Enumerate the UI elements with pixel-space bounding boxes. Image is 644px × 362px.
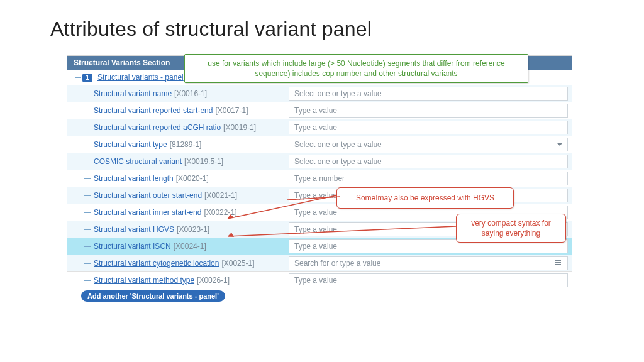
root-label[interactable]: Structural variants - panel [97, 70, 184, 85]
callout-iscn-note: very compact syntax for saying everythin… [456, 214, 566, 243]
field-label[interactable]: Structural variant ISCN [94, 239, 171, 254]
add-another-button[interactable]: Add another 'Structural variants - panel… [81, 290, 225, 302]
field-row: Structural variant length[X0020-1]Type a… [67, 170, 572, 187]
field-label[interactable]: Structural variant reported start-end [94, 103, 213, 118]
field-code: [X0016-1] [174, 86, 207, 101]
callout-hgvs-note: SomeImay also be expressed with HGVS [336, 187, 514, 209]
field-code: [X0026-1] [197, 273, 230, 288]
root-badge: 1 [82, 74, 92, 82]
field-input[interactable]: Type a number [289, 172, 568, 185]
callout-usage: use for variants which include large (> … [184, 54, 528, 83]
field-code: [81289-1] [170, 137, 202, 152]
field-label[interactable]: Structural variant inner start-end [94, 205, 201, 220]
field-code: [X0021-1] [204, 188, 237, 203]
field-label[interactable]: Structural variant length [94, 171, 174, 186]
structural-variant-panel: Structural Variants Section 1 Structural… [67, 55, 572, 304]
field-input[interactable]: Search for or type a value [289, 256, 568, 270]
field-input[interactable]: Type a value [289, 121, 568, 134]
field-label[interactable]: Structural variant HGVS [94, 222, 174, 237]
field-input[interactable]: Select one or type a value [289, 138, 568, 151]
field-code: [X0023-1] [177, 222, 209, 237]
field-input[interactable]: Select one or type a value [289, 87, 568, 101]
field-label[interactable]: COSMIC structural variant [94, 154, 182, 169]
field-input[interactable]: Select one or type a value [289, 155, 568, 168]
field-code: [X0019.5-1] [184, 154, 223, 169]
field-input[interactable]: Type a value [289, 104, 568, 118]
add-row: Add another 'Structural variants - panel… [67, 288, 572, 304]
field-code: [X0022-1] [204, 205, 236, 220]
field-label[interactable]: Structural variant reported aCGH ratio [94, 120, 221, 135]
field-label[interactable]: Structural variant cytogenetic location [94, 256, 219, 271]
field-row: Structural variant method type[X0026-1]T… [67, 272, 572, 288]
field-row: Structural variant reported aCGH ratio[X… [67, 119, 572, 136]
field-label[interactable]: Structural variant name [94, 86, 172, 101]
field-label[interactable]: Structural variant method type [94, 273, 194, 288]
field-input[interactable]: Type a value [289, 273, 568, 287]
field-code: [X0017-1] [215, 103, 248, 118]
field-row: Structural variant type[81289-1]Select o… [67, 136, 572, 153]
field-label[interactable]: Structural variant outer start-end [94, 188, 202, 203]
field-label[interactable]: Structural variant type [94, 137, 167, 152]
field-code: [X0020-1] [176, 171, 209, 186]
field-code: [X0019-1] [223, 120, 256, 135]
field-row: Structural variant cytogenetic location[… [67, 255, 572, 272]
slide-title: Attributes of structural variant panel [0, 0, 644, 53]
field-row: Structural variant reported start-end[X0… [67, 102, 572, 119]
field-code: [X0025-1] [221, 256, 254, 271]
field-row: Structural variant name[X0016-1]Select o… [67, 85, 572, 102]
field-code: [X0024-1] [174, 239, 206, 254]
field-row: COSMIC structural variant[X0019.5-1]Sele… [67, 153, 572, 170]
